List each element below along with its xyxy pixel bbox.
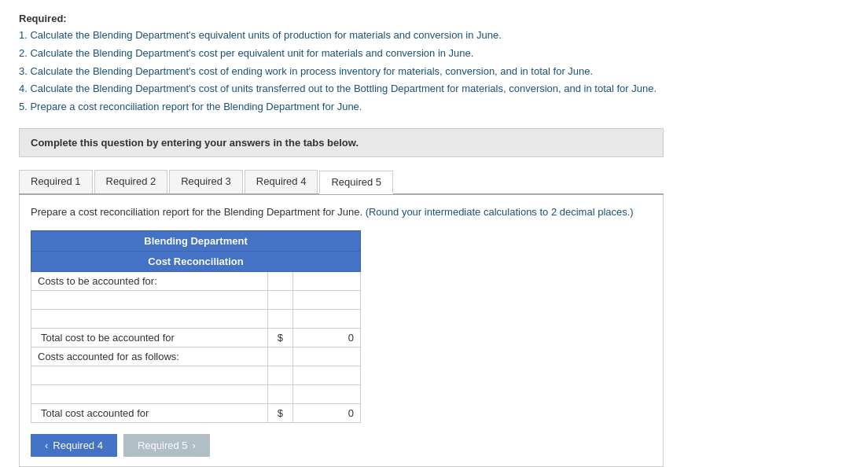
row-currency-1 bbox=[267, 291, 292, 310]
tab-required4[interactable]: Required 4 bbox=[245, 170, 318, 193]
row-value-total2: 0 bbox=[293, 404, 361, 423]
row-currency-3 bbox=[267, 366, 292, 385]
input-label-1[interactable] bbox=[38, 294, 261, 306]
row-label-costs-header: Costs to be accounted for: bbox=[31, 272, 268, 291]
input-val-4[interactable] bbox=[300, 388, 354, 400]
table-row-total2: Total cost accounted for $ 0 bbox=[31, 404, 361, 423]
input-label-4[interactable] bbox=[38, 388, 261, 400]
table-row bbox=[31, 310, 361, 329]
row-value-total1: 0 bbox=[293, 329, 361, 347]
tab-required3[interactable]: Required 3 bbox=[169, 170, 243, 193]
required-label: Required: bbox=[19, 13, 849, 24]
instruction-5: 5. Prepare a cost reconciliation report … bbox=[19, 99, 695, 116]
row-value-0 bbox=[293, 272, 361, 291]
table-header2: Cost Reconciliation bbox=[31, 252, 361, 272]
row-label-1 bbox=[31, 291, 268, 310]
table-row-total1: Total cost to be accounted for $ 0 bbox=[31, 329, 361, 347]
row-currency-5 bbox=[267, 347, 292, 366]
table-row: Costs accounted for as follows: bbox=[31, 347, 361, 366]
tab-required1[interactable]: Required 1 bbox=[19, 170, 93, 193]
row-label-total2: Total cost accounted for bbox=[31, 404, 268, 423]
bottom-navigation: ‹ Required 4 Required 5 › bbox=[31, 434, 652, 457]
table-header-row2: Cost Reconciliation bbox=[31, 252, 361, 272]
input-val-2[interactable] bbox=[300, 313, 354, 325]
input-label-2[interactable] bbox=[38, 313, 261, 325]
table-row bbox=[31, 366, 361, 385]
row-label-total1: Total cost to be accounted for bbox=[31, 329, 268, 347]
row-value-1 bbox=[293, 291, 361, 310]
instruction-1: 1. Calculate the Blending Department's e… bbox=[19, 28, 695, 44]
row-currency-0 bbox=[267, 272, 292, 291]
input-val-1[interactable] bbox=[300, 294, 354, 306]
tab-required5[interactable]: Required 5 bbox=[319, 171, 393, 194]
prev-label: Required 4 bbox=[53, 439, 103, 451]
table-row bbox=[31, 291, 361, 310]
instruction-2: 2. Calculate the Blending Department's c… bbox=[19, 46, 695, 62]
table-header1: Blending Department bbox=[31, 231, 361, 252]
row-label-accounted-header: Costs accounted for as follows: bbox=[31, 347, 268, 366]
tab-description: Prepare a cost reconciliation report for… bbox=[31, 204, 652, 220]
table-row: Costs to be accounted for: bbox=[31, 272, 361, 291]
instruction-3: 3. Calculate the Blending Department's c… bbox=[19, 64, 695, 80]
table-header-row1: Blending Department bbox=[31, 231, 361, 252]
tab-desc-black: Prepare a cost reconciliation report for… bbox=[31, 206, 362, 218]
tab-desc-blue2: (Round your intermediate calculations to… bbox=[366, 206, 634, 218]
row-currency-total2: $ bbox=[267, 404, 292, 423]
prev-button[interactable]: ‹ Required 4 bbox=[31, 434, 117, 457]
instruction-box: Complete this question by entering your … bbox=[19, 128, 664, 157]
row-currency-total1: $ bbox=[267, 329, 292, 347]
next-label: Required 5 bbox=[138, 439, 188, 451]
next-icon: › bbox=[193, 439, 196, 451]
reconciliation-table: Blending Department Cost Reconciliation … bbox=[31, 230, 361, 423]
prev-icon: ‹ bbox=[45, 439, 48, 451]
tab-required2[interactable]: Required 2 bbox=[94, 170, 168, 193]
row-value-4 bbox=[293, 385, 361, 404]
tab-bar: Required 1 Required 2 Required 3 Require… bbox=[19, 170, 664, 195]
row-value-3 bbox=[293, 366, 361, 385]
row-value-2 bbox=[293, 310, 361, 329]
table-row bbox=[31, 385, 361, 404]
row-label-2 bbox=[31, 310, 268, 329]
instructions-block: 1. Calculate the Blending Department's e… bbox=[19, 28, 695, 116]
row-value-5 bbox=[293, 347, 361, 366]
row-currency-4 bbox=[267, 385, 292, 404]
row-currency-2 bbox=[267, 310, 292, 329]
instruction-4: 4. Calculate the Blending Department's c… bbox=[19, 81, 695, 97]
input-label-3[interactable] bbox=[38, 370, 261, 381]
tabs-container: Required 1 Required 2 Required 3 Require… bbox=[19, 170, 664, 467]
tab5-content: Prepare a cost reconciliation report for… bbox=[19, 195, 664, 467]
input-val-3[interactable] bbox=[300, 370, 354, 381]
row-label-3 bbox=[31, 366, 268, 385]
next-button[interactable]: Required 5 › bbox=[123, 434, 210, 457]
row-label-4 bbox=[31, 385, 268, 404]
